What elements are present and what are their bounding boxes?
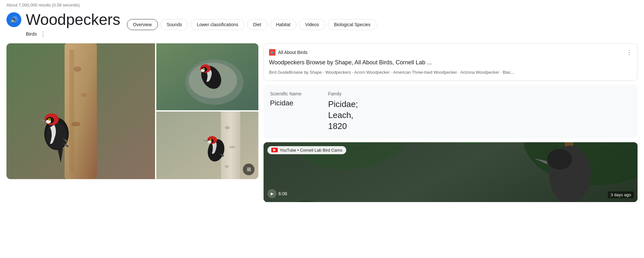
svg-point-4 [81,93,87,97]
svg-point-26 [224,165,229,168]
video-card[interactable]: YouTube • Cornell Lab Bird Cams ▶ 6:06 3… [264,142,638,202]
source-name: All About Birds [278,50,307,55]
page-title: Woodpeckers [26,11,120,28]
col1-header: Scientific Name [270,91,309,96]
subtitle-text: Birds [26,31,37,37]
tab-diet[interactable]: Diet [247,19,267,30]
article-more-button[interactable]: ⋮ [626,49,632,56]
scientific-name-value: Picidae [270,99,309,107]
video-duration: ▶ 6:06 [267,189,287,198]
family-value: Picidae;Leach,1820 [328,99,358,132]
audio-button[interactable]: 🔊 [6,12,21,27]
svg-point-24 [225,126,230,129]
results-count: About 7,000,000 results (0.58 seconds) [6,3,80,7]
image-gallery: ⊞ [6,43,258,179]
grid-icon: ⊞ [247,166,251,172]
tab-sounds[interactable]: Sounds [161,19,188,30]
info-table: Scientific Name Family Picidae Picidae;L… [264,85,638,138]
youtube-icon [271,148,278,152]
tab-overview[interactable]: Overview [127,19,158,30]
source-favicon: 🐦 [269,49,275,56]
svg-point-32 [210,139,211,140]
article-card: 🐦 All About Birds ⋮ Woodpeckers Browse b… [264,43,638,81]
duration-text: 6:06 [278,191,287,196]
col2-header: Family [328,91,367,96]
article-snippet: Bird GuideBrowse by Shape · Woodpeckers … [269,69,632,76]
tab-videos[interactable]: Videos [299,19,325,30]
svg-rect-2 [69,50,74,173]
tab-lower-classifications[interactable]: Lower classifications [191,19,244,30]
svg-point-12 [49,119,50,120]
more-options-button[interactable]: ⋮ [39,30,47,38]
svg-point-3 [74,67,81,72]
video-source-badge: YouTube • Cornell Lab Bird Cams [267,146,346,154]
svg-point-41 [547,149,572,169]
video-age: 3 days ago [608,191,634,198]
article-title[interactable]: Woodpeckers Browse by Shape, All About B… [269,59,632,67]
tab-biological-species[interactable]: Biological Species [328,19,377,30]
video-source-text: YouTube • Cornell Lab Bird Cams [280,148,342,153]
svg-point-25 [229,146,235,148]
tab-habitat[interactable]: Habitat [270,19,296,30]
topic-tabs: Overview Sounds Lower classifications Di… [127,19,377,30]
secondary-image-bottom[interactable]: ⊞ [156,112,258,179]
svg-text:🐦: 🐦 [270,50,275,55]
main-image[interactable] [6,43,155,179]
secondary-image-top[interactable] [156,43,258,110]
svg-point-7 [46,122,67,149]
svg-point-5 [71,122,80,126]
audio-icon: 🔊 [10,16,18,24]
play-icon: ▶ [267,189,276,198]
image-grid-icon[interactable]: ⊞ [243,164,254,175]
svg-point-21 [203,68,204,69]
